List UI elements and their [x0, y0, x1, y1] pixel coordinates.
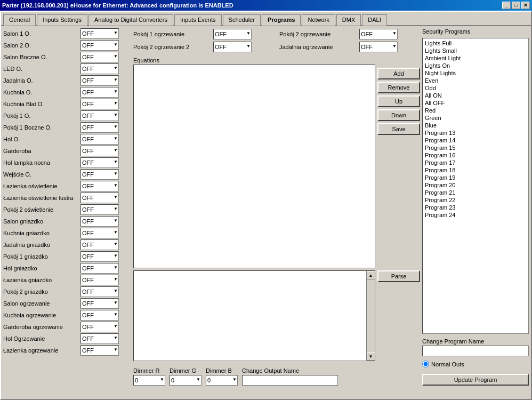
security-item[interactable]: Program 19: [424, 174, 527, 181]
security-item[interactable]: Lights Full: [424, 39, 527, 47]
output-select[interactable]: OFFON0123: [80, 110, 119, 121]
output-select[interactable]: OFFON0123: [80, 52, 119, 62]
output-label: Wejście O.: [3, 171, 80, 178]
add-button[interactable]: Add: [377, 68, 420, 79]
output-row: Kuchnia O.OFFON0123: [3, 87, 131, 98]
output-select[interactable]: OFFON0123: [80, 75, 119, 86]
output-select[interactable]: OFFON0123: [80, 216, 119, 227]
output-select[interactable]: OFFON0123: [80, 345, 119, 356]
output-label: Jadalnia gniazdko: [3, 242, 80, 248]
output-select[interactable]: OFFON0123: [80, 99, 119, 109]
maximize-button[interactable]: □: [512, 2, 520, 9]
tab-scheduler[interactable]: Scheduler: [223, 14, 261, 26]
security-item[interactable]: Green: [424, 114, 527, 122]
tab-inputs-events[interactable]: Inputs Events: [174, 14, 222, 26]
dimmer-select[interactable]: 012345: [170, 375, 201, 386]
output-select[interactable]: OFFON0123: [80, 251, 119, 262]
save-button[interactable]: Save: [377, 123, 420, 135]
remove-button[interactable]: Remove: [377, 82, 420, 93]
left-panel: Salon 1 O.OFFON0123Salon 2 O.OFFON0123Sa…: [3, 28, 131, 386]
output-select[interactable]: OFFON0123: [80, 157, 119, 168]
security-item[interactable]: Lights On: [424, 62, 527, 69]
output-select[interactable]: OFFON0123: [80, 298, 119, 309]
security-item[interactable]: Blue: [424, 122, 527, 129]
output-select[interactable]: OFFON0123: [80, 146, 119, 156]
output-select[interactable]: OFFON0123: [80, 181, 119, 191]
output-row: Salon 2 O.OFFON0123: [3, 40, 131, 51]
output-select[interactable]: OFFON0123: [80, 286, 119, 297]
update-program-button[interactable]: Update Program: [422, 374, 529, 386]
tab-programs[interactable]: Programs: [262, 14, 301, 26]
security-item[interactable]: Program 22: [424, 196, 527, 204]
up-button[interactable]: Up: [377, 95, 420, 107]
output-select[interactable]: OFFON0123: [80, 40, 119, 51]
tab-dali[interactable]: DALI: [362, 14, 386, 26]
security-item[interactable]: Program 14: [424, 137, 527, 144]
output-label: Hol lampka nocna: [3, 159, 80, 166]
security-item[interactable]: All ON: [424, 92, 527, 99]
tab-dmx[interactable]: DMX: [336, 14, 361, 26]
security-item[interactable]: Program 16: [424, 151, 527, 159]
output-row: Pokój 1 Boczne O.OFFON0123: [3, 122, 131, 133]
output-label: Salon 2 O.: [3, 42, 80, 49]
output-select[interactable]: OFFON0123: [80, 228, 119, 238]
security-item[interactable]: Even: [424, 77, 527, 84]
security-item[interactable]: Program 24: [424, 211, 527, 219]
output-row: Kuchnia gniazdkoOFFON0123: [3, 228, 131, 238]
output-select[interactable]: OFFON0123: [80, 63, 119, 74]
change-output-input[interactable]: [242, 375, 338, 386]
security-item[interactable]: Odd: [424, 84, 527, 92]
middle-buttons: Add Remove Up Down Save: [377, 68, 420, 268]
text-area[interactable]: ▲ ▼: [133, 270, 375, 361]
security-item[interactable]: Program 15: [424, 144, 527, 151]
room-select[interactable]: OFFON01: [359, 42, 398, 52]
change-program-input[interactable]: [422, 346, 529, 356]
output-row: Jadalnia O.OFFON0123: [3, 75, 131, 86]
output-select[interactable]: OFFON0123: [80, 310, 119, 321]
output-label: Pokój 2 gniazdko: [3, 289, 80, 295]
output-select[interactable]: OFFON0123: [80, 239, 119, 250]
output-select[interactable]: OFFON0123: [80, 28, 119, 39]
close-button[interactable]: ✕: [521, 2, 530, 9]
output-select[interactable]: OFFON0123: [80, 169, 119, 180]
room-select[interactable]: OFFON01: [359, 29, 398, 39]
minimize-button[interactable]: _: [502, 2, 511, 9]
room-row: Pokój 2 ogrzewanieOFFON01: [279, 28, 420, 40]
security-item[interactable]: Program 17: [424, 159, 527, 166]
security-item[interactable]: Program 21: [424, 189, 527, 196]
tab-analog-to-digital-converters[interactable]: Analog to Digital Converters: [88, 14, 173, 26]
scrollbar-vertical[interactable]: ▲ ▼: [366, 271, 375, 361]
tab-network[interactable]: Network: [302, 14, 335, 26]
output-select[interactable]: OFFON0123: [80, 333, 119, 344]
output-select[interactable]: OFFON0123: [80, 204, 119, 215]
output-label: Hol gniazdko: [3, 265, 80, 271]
output-select[interactable]: OFFON0123: [80, 275, 119, 285]
output-select[interactable]: OFFON0123: [80, 122, 119, 133]
security-item[interactable]: Program 23: [424, 204, 527, 211]
output-select[interactable]: OFFON0123: [80, 263, 119, 274]
security-item[interactable]: Night Lights: [424, 69, 527, 77]
tab-inputs-settings[interactable]: Inputs Settings: [37, 14, 87, 26]
security-item[interactable]: All OFF: [424, 99, 527, 107]
security-item[interactable]: Ambient Light: [424, 54, 527, 62]
security-item[interactable]: Program 18: [424, 166, 527, 174]
down-button[interactable]: Down: [377, 109, 420, 121]
output-select[interactable]: OFFON0123: [80, 193, 119, 203]
scroll-down-btn[interactable]: ▼: [367, 352, 375, 361]
room-select[interactable]: OFFON01: [213, 29, 252, 39]
security-item[interactable]: Lights Small: [424, 47, 527, 54]
output-select[interactable]: OFFON0123: [80, 87, 119, 98]
security-item[interactable]: Program 20: [424, 181, 527, 189]
tab-general[interactable]: General: [3, 14, 36, 26]
output-select[interactable]: OFFON0123: [80, 322, 119, 332]
dimmer-select[interactable]: 012345: [206, 375, 238, 386]
dimmer-select[interactable]: 012345: [133, 375, 165, 386]
normal-outs-radio[interactable]: [422, 361, 429, 367]
room-select[interactable]: OFFON01: [213, 42, 252, 52]
security-item[interactable]: Red: [424, 107, 527, 114]
output-select[interactable]: OFFON0123: [80, 134, 119, 145]
scroll-up-btn[interactable]: ▲: [367, 271, 375, 279]
parse-button[interactable]: Parse: [377, 270, 420, 282]
security-item[interactable]: Program 13: [424, 129, 527, 137]
security-programs-box[interactable]: Lights FullLights SmallAmbient LightLigh…: [422, 38, 529, 334]
